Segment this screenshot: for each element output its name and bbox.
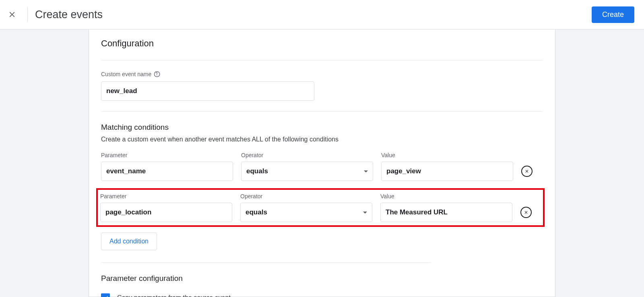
body-scroll-area[interactable]: Configuration Custom event name Matching…: [0, 29, 644, 297]
divider: [101, 111, 543, 112]
operator-select[interactable]: equals: [240, 203, 372, 222]
close-button[interactable]: [4, 6, 20, 23]
parameter-group: Parameter: [101, 152, 233, 181]
condition-row: Parameter Operator equals Value: [100, 193, 541, 222]
dialog-header: Create events Create: [0, 0, 644, 29]
close-icon: [8, 10, 17, 19]
custom-event-name-label: Custom event name: [101, 71, 543, 77]
value-label: Value: [381, 152, 513, 158]
header-left: Create events: [4, 6, 103, 23]
matching-conditions-title: Matching conditions: [101, 123, 543, 132]
parameter-input[interactable]: [101, 162, 233, 181]
value-group: Value: [380, 193, 512, 222]
chevron-down-icon: [364, 170, 368, 172]
parameter-group: Parameter: [100, 193, 232, 222]
header-divider: [27, 7, 28, 22]
operator-value: equals: [246, 208, 267, 216]
value-label: Value: [380, 193, 512, 199]
condition-row: Parameter Operator equals Value: [101, 152, 543, 181]
divider: [101, 60, 543, 60]
close-circle-icon: [524, 169, 529, 174]
remove-condition-button[interactable]: [521, 166, 533, 177]
parameter-configuration-title: Parameter configuration: [101, 274, 543, 283]
add-condition-button[interactable]: Add condition: [101, 233, 157, 250]
create-button[interactable]: Create: [592, 6, 634, 23]
copy-parameters-label: Copy parameters from the source event: [117, 294, 231, 297]
operator-label: Operator: [240, 193, 372, 199]
value-input[interactable]: [380, 203, 512, 222]
configuration-title: Configuration: [101, 38, 543, 49]
divider: [101, 262, 431, 263]
value-input[interactable]: [381, 162, 513, 181]
copy-parameters-checkbox[interactable]: [101, 293, 110, 297]
config-panel: Configuration Custom event name Matching…: [89, 29, 555, 297]
remove-condition-button[interactable]: [520, 207, 532, 218]
operator-group: Operator equals: [241, 152, 373, 181]
operator-group: Operator equals: [240, 193, 372, 222]
copy-parameters-row: Copy parameters from the source event: [101, 293, 543, 297]
parameter-label: Parameter: [100, 193, 232, 199]
matching-conditions-description: Create a custom event when another event…: [101, 136, 543, 143]
page-title: Create events: [35, 8, 103, 21]
parameter-label: Parameter: [101, 152, 233, 158]
value-group: Value: [381, 152, 513, 181]
check-icon: [102, 295, 109, 297]
custom-event-name-input[interactable]: [101, 81, 314, 101]
operator-select[interactable]: equals: [241, 162, 373, 181]
operator-label: Operator: [241, 152, 373, 158]
chevron-down-icon: [363, 212, 367, 214]
parameter-input[interactable]: [100, 203, 232, 222]
custom-event-name-label-text: Custom event name: [101, 71, 151, 77]
help-icon[interactable]: [154, 71, 160, 77]
highlighted-condition: Parameter Operator equals Value: [96, 188, 545, 227]
close-circle-icon: [524, 210, 528, 215]
operator-value: equals: [246, 167, 268, 175]
